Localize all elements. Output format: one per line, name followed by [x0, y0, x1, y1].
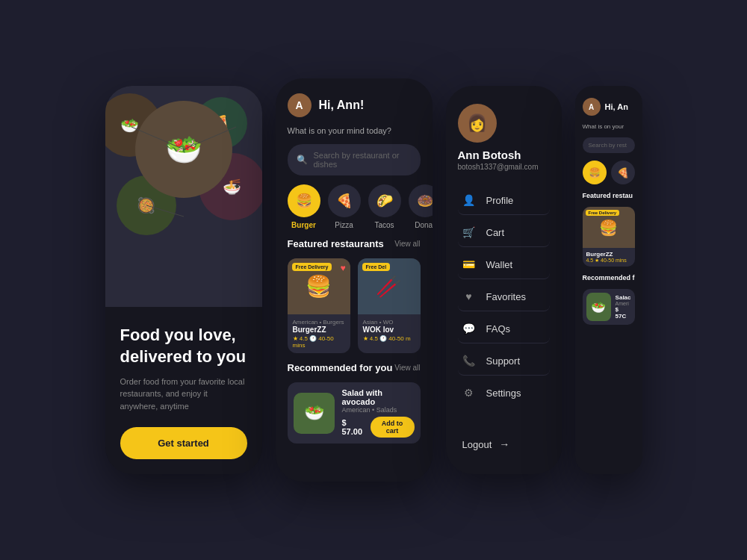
user-email: botosh1337@gmail.com [458, 163, 550, 171]
recommended-price-1: $ 57.00 [342, 418, 365, 436]
search-icon: 🔍 [297, 155, 308, 165]
cart-label: Cart [486, 227, 505, 238]
phone-onboarding: 🥗 🍕 🥘 🍜 🥗 Food you love, delivered to yo… [105, 86, 262, 474]
peek-free-delivery-badge: Free Delivery [586, 210, 620, 216]
settings-label: Settings [486, 388, 521, 399]
donat-label: Donat [415, 221, 432, 229]
user-name: Ann Botosh [458, 149, 550, 161]
peek-cat-pizza[interactable]: 🍕 [611, 161, 635, 184]
free-delivery-badge-2: Free Del [362, 263, 391, 271]
category-list: 🍔 Burger 🍕 Pizza 🌮 Tacos 🍩 Donat [288, 184, 421, 229]
burger-icon-wrap: 🍔 [288, 184, 320, 217]
support-icon: 📞 [462, 355, 476, 367]
peek-search[interactable]: Search by rest [583, 137, 635, 153]
peek-restaurant-image: 🍔 Free Delivery [583, 207, 635, 248]
onboarding-headline: Food you love, delivered to you [120, 325, 247, 367]
navigation-menu: 👤 Profile 🛒 Cart 💳 Wallet ♥ Favorites 💬 … [458, 186, 550, 429]
restaurant-list: 🍔 Free Delivery ♥ American • Burgers Bur… [288, 258, 421, 353]
recommended-card-1: 🥗 Salad with avocado American • Salads $… [288, 382, 421, 444]
restaurant-card-2[interactable]: 🥢 Free Del Asian • WO WOK lov ★ 4.5 🕐 40… [358, 258, 421, 353]
get-started-button[interactable]: Get started [120, 427, 247, 459]
pizza-icon-wrap: 🍕 [328, 184, 361, 217]
menu-item-settings[interactable]: ⚙ Settings [458, 379, 550, 407]
menu-item-support[interactable]: 📞 Support [458, 346, 550, 376]
restaurant-meta-1: ★ 4.5 🕐 40-50 mins [293, 335, 345, 349]
restaurant-name-1: BurgerZZ [293, 326, 345, 334]
support-label: Support [486, 355, 521, 367]
greeting-text: Hi, Ann! [319, 99, 365, 112]
restaurant-card-1[interactable]: 🍔 Free Delivery ♥ American • Burgers Bur… [288, 258, 350, 353]
category-burger[interactable]: 🍔 Burger [288, 184, 320, 229]
featured-title: Featured restaurants [288, 238, 384, 249]
main-food-plate: 🥗 [135, 101, 232, 198]
logout-label: Logout [462, 439, 492, 450]
peek-cat-burger[interactable]: 🍔 [583, 161, 607, 184]
avatar: A [288, 93, 311, 117]
profile-icon: 👤 [462, 194, 476, 206]
user-avatar-large: 👩 [458, 104, 497, 143]
faqs-label: FAQs [486, 323, 511, 335]
phone-home: A Hi, Ann! What is on your mind today? 🔍… [276, 78, 433, 482]
tacos-label: Tacos [374, 221, 394, 229]
search-bar[interactable]: 🔍 Search by restaurant or dishes [288, 144, 421, 175]
phone-peek: A Hi, An What is on your Search by rest … [575, 86, 642, 474]
tagline-text: What is on your mind today? [288, 126, 421, 135]
peek-avatar: A [583, 98, 601, 116]
phone-menu: 👩 Ann Botosh botosh1337@gmail.com 👤 Prof… [446, 86, 562, 474]
menu-item-favorites[interactable]: ♥ Favorites [458, 282, 550, 311]
peek-restaurant-card[interactable]: 🍔 Free Delivery BurgerZZ 4.5 ★ 40-50 min… [583, 207, 635, 267]
menu-item-profile[interactable]: 👤 Profile [458, 186, 550, 215]
peek-rec-image: 🥗 [586, 293, 611, 321]
peek-rec-name: Salac [616, 294, 631, 301]
peek-tagline: What is on your [583, 123, 635, 130]
peek-categories: 🍔 🍕 [583, 161, 635, 184]
peek-restaurant-name: BurgerZZ [586, 251, 631, 258]
recommended-title: Recommended for you [288, 362, 393, 373]
peek-restaurant-meta: 4.5 ★ 40-50 mins [586, 258, 631, 264]
peek-recommended-card: 🥗 Salac Ameri $ 57C [583, 289, 635, 325]
pizza-label: Pizza [335, 221, 353, 229]
restaurant-image-1: 🍔 Free Delivery ♥ [288, 258, 350, 314]
peek-header: A Hi, An [583, 98, 635, 116]
view-all-recommended[interactable]: View all [394, 364, 420, 372]
featured-section-header: Featured restaurants View all [288, 238, 421, 249]
peek-featured-label: Featured restau [583, 192, 635, 199]
wallet-label: Wallet [486, 259, 513, 270]
recommended-section-header: Recommended for you View all [288, 362, 421, 373]
tacos-icon-wrap: 🌮 [368, 184, 401, 217]
recommended-cuisine-1: American • Salads [342, 406, 415, 414]
view-all-featured[interactable]: View all [394, 240, 420, 248]
cart-icon: 🛒 [462, 226, 476, 238]
logout-row[interactable]: Logout → [458, 429, 550, 459]
onboarding-subtitle: Order food from your favorite local rest… [120, 376, 247, 413]
category-pizza[interactable]: 🍕 Pizza [328, 184, 361, 229]
restaurant-meta-2: ★ 4.5 🕐 40-50 m [363, 335, 415, 342]
favorites-label: Favorites [486, 291, 526, 302]
profile-label: Profile [486, 195, 514, 206]
food-hero-bg: 🥗 🍕 🥘 🍜 🥗 [105, 86, 262, 307]
menu-item-wallet[interactable]: 💳 Wallet [458, 250, 550, 279]
category-tacos[interactable]: 🌮 Tacos [368, 184, 401, 229]
peek-rec-cuisine: Ameri [616, 301, 631, 306]
recommended-name-1: Salad with avocado [342, 388, 415, 406]
wallet-icon: 💳 [462, 258, 476, 270]
recommended-image-1: 🥗 [294, 393, 335, 434]
logout-arrow-icon: → [499, 438, 509, 450]
faqs-icon: 💬 [462, 323, 476, 335]
peek-rec-price: $ 57C [616, 306, 631, 320]
restaurant-image-2: 🥢 Free Del [358, 258, 421, 314]
search-placeholder: Search by restaurant or dishes [314, 151, 412, 169]
avatar-initials: A [295, 99, 303, 111]
favorite-icon-1[interactable]: ♥ [340, 263, 345, 273]
home-header: A Hi, Ann! [288, 93, 421, 117]
user-profile-section: 👩 Ann Botosh botosh1337@gmail.com [458, 104, 550, 171]
category-donat[interactable]: 🍩 Donat [409, 184, 433, 229]
menu-item-faqs[interactable]: 💬 FAQs [458, 314, 550, 343]
settings-icon: ⚙ [462, 387, 476, 399]
restaurant-name-2: WOK lov [363, 326, 415, 334]
add-to-cart-button-1[interactable]: Add to cart [371, 417, 415, 438]
peek-greeting: Hi, An [605, 102, 628, 111]
favorites-icon: ♥ [462, 290, 476, 302]
cuisine-2: Asian • WO [363, 319, 415, 326]
menu-item-cart[interactable]: 🛒 Cart [458, 218, 550, 247]
